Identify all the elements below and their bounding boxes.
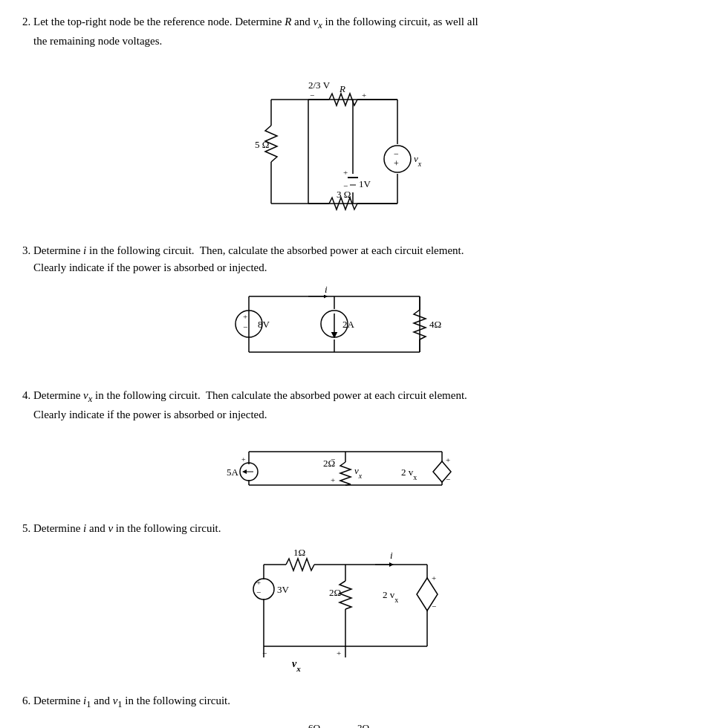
label-2vx-5: 2 vx [383,589,398,604]
label-i-5: i [390,550,393,561]
plus-vx5-bot: + [337,649,341,657]
plus-1v: + [343,168,348,177]
problem-2-text: 2. Let the top-right node be the referen… [22,13,683,49]
minus-8v: − [243,322,247,331]
label-1V: 1V [359,178,371,189]
label-4ohm: 4Ω [429,319,441,330]
problem-2: 2. Let the top-right node be the referen… [22,13,683,226]
plus-2vx: + [446,455,450,464]
problem-6-text: 6. Determine i1 and v1 in the following … [22,692,683,712]
problem-4-text: 4. Determine vx in the following circuit… [22,387,683,423]
label-2vx: 2 vx [401,467,417,481]
minus-vx4: − [331,455,335,464]
circuit-4-svg: 5A + 2Ω − + vx + − 2 vx [212,429,494,504]
minus-top-left: − [310,91,314,100]
label-1ohm-5: 1Ω [293,547,305,558]
label-vx4: vx [354,465,363,480]
minus-1v: − [343,181,348,190]
label-8V: 8V [258,319,270,330]
problem-4: 4. Determine vx in the following circuit… [22,387,683,503]
problem-3: 3. Determine i in the following circuit.… [22,242,683,371]
label-2ohm-5: 2Ω [329,587,341,598]
circuit-3: + − 8V 2A 4Ω i [22,282,683,371]
problem-6: 6. Determine i1 and v1 in the following … [22,692,683,728]
label-3ohm: 3 Ω [337,189,351,200]
circuit-2: 5 Ω R 2/3 V − + 3 Ω − [22,55,683,226]
circuit-6-svg: i1 6Ω 2Ω + − v1 12 V + [212,718,494,728]
label-i1-6: i1 [260,725,267,728]
label-2ohm-top: 2Ω [357,722,369,728]
label-R: R [339,83,345,94]
plus-top-right: + [362,91,366,100]
minus-source: − [394,149,399,159]
plus-5A: + [241,455,246,464]
label-i-3: i [325,284,328,295]
label-2A: 2A [342,319,355,330]
minus-3V-5: − [256,588,261,597]
label-vx-5-bot: vx [292,658,301,673]
circuit-3-svg: + − 8V 2A 4Ω i [212,282,494,371]
problem-5: 5. Determine i and v in the following ci… [22,520,683,677]
circuit-2-svg: 5 Ω R 2/3 V − + 3 Ω − [249,55,457,226]
label-6ohm-top: 6Ω [308,722,320,728]
minus-vx5-bot: − [262,649,267,657]
minus-2vx5: − [432,602,436,611]
label-5A: 5A [227,467,239,478]
circuit-4: 5A + 2Ω − + vx + − 2 vx [22,429,683,504]
problem-5-text: 5. Determine i and v in the following ci… [22,520,683,537]
circuit-5-svg: 1Ω i + − 3V 2Ω + − 2 vx [219,542,487,676]
plus-source: + [394,158,399,169]
plus-3V-5: + [256,578,261,587]
plus-2vx5: + [432,573,436,582]
label-3V-5: 3V [277,584,290,595]
label-5ohm: 5 Ω [255,139,269,150]
minus-2vx: − [446,475,450,484]
label-vx-right: vx [414,153,422,168]
circuit-5: 1Ω i + − 3V 2Ω + − 2 vx [22,542,683,676]
label-23V: 2/3 V [308,79,331,91]
plus-vx4: + [331,475,335,484]
problem-3-text: 3. Determine i in the following circuit.… [22,242,683,276]
circuit-6: i1 6Ω 2Ω + − v1 12 V + [22,718,683,728]
plus-8v: + [243,312,247,321]
